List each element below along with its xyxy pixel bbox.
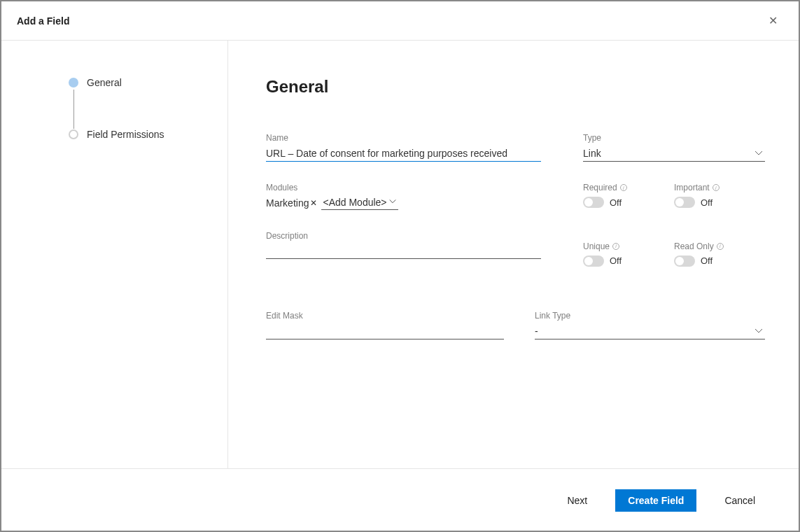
required-toggle-group: Required i Off	[583, 183, 674, 222]
unique-toggle-group: Unique i Off	[583, 241, 674, 281]
link-type-field-group: Link Type	[535, 311, 765, 340]
module-chip-label: Marketing	[266, 197, 309, 209]
main-panel: General Name Type Modules	[228, 41, 799, 468]
dialog-header: Add a Field ✕	[1, 1, 799, 41]
step-field-permissions[interactable]: Field Permissions	[69, 129, 227, 140]
toggle-grid: Required i Off Important i Of	[583, 183, 765, 280]
dialog-title: Add a Field	[17, 15, 69, 27]
unique-label: Unique i	[583, 241, 674, 251]
dialog-footer: Next Create Field Cancel	[1, 468, 799, 531]
cancel-button[interactable]: Cancel	[712, 489, 768, 512]
step-general[interactable]: General	[69, 77, 227, 88]
description-input[interactable]	[266, 244, 541, 259]
add-module-button[interactable]: <Add Module>	[321, 195, 398, 210]
step-label: Field Permissions	[87, 129, 164, 140]
chevron-down-icon	[388, 197, 397, 208]
edit-mask-input[interactable]	[266, 323, 504, 340]
dialog-body: General Field Permissions General Name T…	[1, 41, 799, 468]
unique-toggle[interactable]: Off	[583, 255, 674, 267]
toggle-switch[interactable]	[583, 197, 604, 208]
required-label: Required i	[583, 183, 674, 192]
modules-label: Modules	[266, 183, 541, 192]
edit-mask-field-group: Edit Mask	[266, 311, 504, 340]
important-toggle[interactable]: Off	[674, 197, 765, 208]
name-label: Name	[266, 133, 541, 143]
link-type-select[interactable]	[535, 323, 765, 340]
modules-row: Marketing ✕ <Add Module>	[266, 195, 541, 210]
toggle-switch[interactable]	[674, 255, 695, 267]
link-type-label: Link Type	[535, 311, 765, 321]
name-input[interactable]	[266, 146, 541, 162]
info-icon[interactable]: i	[717, 243, 724, 250]
create-field-button[interactable]: Create Field	[615, 489, 696, 512]
toggle-state: Off	[610, 197, 622, 208]
type-value[interactable]	[583, 146, 765, 162]
form-grid: Name Type Modules	[266, 133, 765, 280]
important-label: Important i	[674, 183, 765, 192]
important-toggle-group: Important i Off	[674, 183, 765, 222]
toggle-state: Off	[701, 197, 713, 208]
info-icon[interactable]: i	[620, 184, 627, 191]
description-label: Description	[266, 231, 541, 241]
readonly-label: Read Only i	[674, 241, 765, 251]
info-icon[interactable]: i	[612, 243, 619, 250]
add-module-label: <Add Module>	[323, 197, 386, 208]
module-chip-marketing: Marketing ✕	[266, 197, 317, 209]
step-dot-active-icon	[69, 78, 78, 88]
modules-field-group: Modules Marketing ✕ <Add Module>	[266, 183, 541, 210]
readonly-toggle-group: Read Only i Off	[674, 241, 765, 281]
section-title: General	[266, 77, 765, 97]
next-button[interactable]: Next	[554, 489, 600, 512]
type-label: Type	[583, 133, 765, 143]
link-type-value[interactable]	[535, 323, 765, 340]
close-icon[interactable]: ✕	[763, 11, 783, 30]
remove-chip-icon[interactable]: ✕	[310, 198, 317, 208]
step-dot-inactive-icon	[69, 130, 78, 139]
modules-description-column: Modules Marketing ✕ <Add Module>	[266, 183, 541, 280]
wizard-steps-sidebar: General Field Permissions	[1, 41, 228, 468]
description-field-group: Description	[266, 231, 541, 259]
name-field-group: Name	[266, 133, 541, 162]
info-icon[interactable]: i	[713, 184, 720, 191]
step-connector	[73, 90, 74, 129]
toggle-switch[interactable]	[674, 197, 695, 208]
toggle-state: Off	[701, 255, 713, 266]
step-label: General	[87, 77, 122, 88]
type-field-group: Type	[583, 133, 765, 162]
toggle-state: Off	[610, 255, 622, 266]
readonly-toggle[interactable]: Off	[674, 255, 765, 267]
type-select[interactable]	[583, 146, 765, 162]
required-toggle[interactable]: Off	[583, 197, 674, 208]
edit-mask-label: Edit Mask	[266, 311, 504, 321]
section-editmask-linktype: Edit Mask Link Type	[266, 311, 765, 360]
toggle-switch[interactable]	[583, 255, 604, 267]
